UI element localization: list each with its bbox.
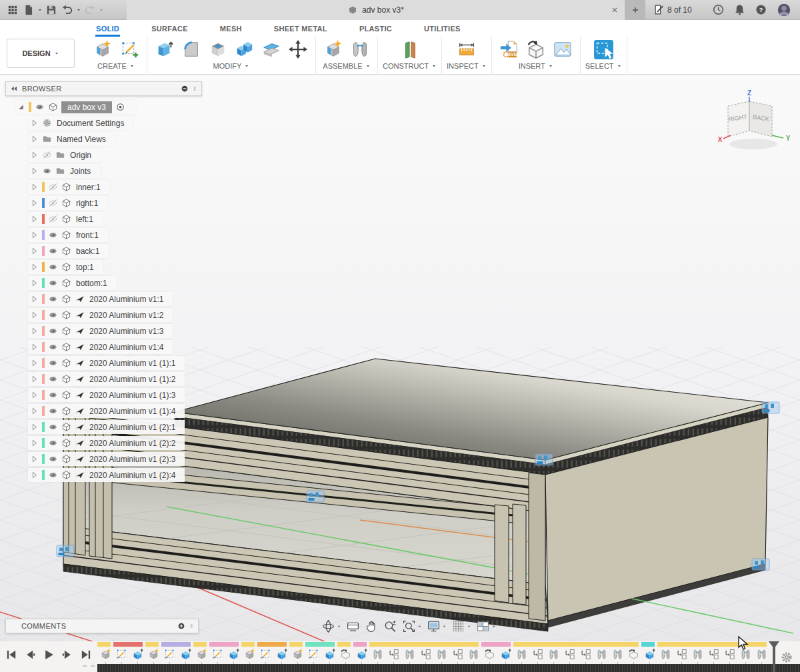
eye-icon[interactable] <box>48 406 58 416</box>
eye-icon[interactable] <box>48 390 58 400</box>
b-caret-icon[interactable] <box>30 439 39 447</box>
browser-row-2020-aluminium-v1-3[interactable]: 2020 Aluminium v1:3 <box>28 324 173 338</box>
browser-row-2020-aluminium-v1-4[interactable]: 2020 Aluminium v1:4 <box>28 340 173 354</box>
eye-icon[interactable] <box>48 246 58 256</box>
browser-row-2020-aluminium-v1-2[interactable]: 2020 Aluminium v1:2 <box>28 308 173 322</box>
help-icon[interactable]: ? <box>755 3 767 16</box>
panel-grip-icon[interactable] <box>191 84 198 93</box>
browser-row-named-views[interactable]: Named Views <box>28 132 115 146</box>
eye-icon[interactable] <box>48 294 58 304</box>
browser-row-origin[interactable]: Origin <box>28 148 101 162</box>
browser-row-2020-aluminium-v1-1-3[interactable]: 2020 Aluminium v1 (1):3 <box>28 388 185 402</box>
browser-row-2020-aluminium-v1-1-4[interactable]: 2020 Aluminium v1 (1):4 <box>28 404 185 418</box>
ribbon-group-label-assemble[interactable]: ASSEMBLE <box>323 62 370 70</box>
ribbon-tab-sheet-metal[interactable]: SHEET METAL <box>273 25 328 37</box>
offset-face-button[interactable] <box>259 37 284 62</box>
browser-row-2020-aluminium-v1-2-3[interactable]: 2020 Aluminium v1 (2):3 <box>28 452 185 466</box>
b-caret-icon[interactable] <box>30 343 39 351</box>
browser-row-2020-aluminium-v1-1-1[interactable]: 2020 Aluminium v1 (1):1 <box>28 356 185 370</box>
browser-row-front-1[interactable]: front:1 <box>28 228 108 242</box>
eye-icon[interactable] <box>48 374 58 384</box>
play-button[interactable] <box>41 647 56 662</box>
b-caret-icon[interactable] <box>30 231 39 239</box>
joint-origin-marker[interactable] <box>535 454 553 465</box>
eye-off-icon[interactable] <box>48 182 58 192</box>
press-pull-button[interactable] <box>152 37 177 62</box>
fit-button[interactable] <box>401 619 423 634</box>
b-caret-icon[interactable] <box>30 295 39 303</box>
display-settings-button[interactable] <box>425 619 448 634</box>
ribbon-tab-mesh[interactable]: MESH <box>219 25 243 37</box>
step-forward-button[interactable] <box>60 647 75 662</box>
document-tab[interactable]: adv box v3* <box>127 0 625 20</box>
joint-origin-marker[interactable] <box>307 491 324 502</box>
bell-icon[interactable] <box>733 3 746 16</box>
app-grid-icon[interactable] <box>7 4 19 16</box>
browser-row-2020-aluminium-v1-1[interactable]: 2020 Aluminium v1:1 <box>28 292 173 306</box>
browser-header[interactable]: BROWSER <box>5 81 202 96</box>
ribbon-tab-utilities[interactable]: UTILITIES <box>423 25 461 37</box>
joint-button[interactable] <box>347 37 373 62</box>
b-caret-icon[interactable] <box>30 279 39 287</box>
insert-svg-button[interactable]: SVG <box>497 37 522 62</box>
b-caret-icon[interactable] <box>30 263 39 271</box>
b-caret-icon[interactable] <box>30 247 39 255</box>
eye-icon[interactable] <box>48 422 58 432</box>
eye-icon[interactable] <box>48 278 58 288</box>
panel-grip-icon[interactable] <box>188 621 195 631</box>
eye-off-icon[interactable] <box>48 214 58 224</box>
undo-icon[interactable] <box>61 4 73 16</box>
shell-button[interactable] <box>205 37 231 62</box>
combine-button[interactable] <box>232 37 257 62</box>
eye-icon[interactable] <box>48 230 58 240</box>
save-icon[interactable] <box>45 4 57 16</box>
eye-icon[interactable] <box>48 310 58 320</box>
browser-row-2020-aluminium-v1-2-2[interactable]: 2020 Aluminium v1 (2):2 <box>28 436 185 450</box>
eye-icon[interactable] <box>48 470 58 480</box>
ribbon-group-label-select[interactable]: SELECT <box>585 62 622 70</box>
pan-button[interactable] <box>363 619 380 634</box>
new-component-button[interactable] <box>90 37 115 62</box>
b-caret-icon[interactable] <box>30 375 39 383</box>
caret-icon[interactable] <box>99 7 104 13</box>
skip-end-button[interactable] <box>79 647 93 662</box>
eye-icon[interactable] <box>48 454 58 464</box>
browser-row-top-1[interactable]: top:1 <box>28 260 103 274</box>
eye-off-icon[interactable] <box>48 198 58 208</box>
clock-icon[interactable] <box>712 3 725 16</box>
x-axis-label[interactable]: X <box>718 136 723 143</box>
avatar-icon[interactable] <box>776 2 792 18</box>
workspace-selector[interactable]: DESIGN <box>7 39 75 68</box>
caret-icon[interactable] <box>37 7 43 13</box>
b-caret-open-icon[interactable] <box>17 103 25 111</box>
b-caret-icon[interactable] <box>30 167 39 175</box>
b-caret-icon[interactable] <box>30 151 39 159</box>
measure-button[interactable] <box>454 37 479 62</box>
file-icon[interactable] <box>23 4 35 16</box>
ribbon-group-label-inspect[interactable]: INSPECT <box>447 62 487 70</box>
viewports-button[interactable] <box>475 619 497 634</box>
browser-row-adv-box-v3[interactable]: adv box v3 <box>15 100 137 114</box>
orbit-button[interactable] <box>320 619 343 634</box>
ribbon-tab-solid[interactable]: SOLID <box>95 25 120 37</box>
ribbon-group-label-insert[interactable]: INSERT <box>519 62 553 70</box>
skip-start-button[interactable] <box>4 647 19 662</box>
view-cube[interactable]: RIGHT BACK Z X Y <box>715 88 795 155</box>
b-caret-icon[interactable] <box>30 391 39 399</box>
collapse-panel-icon[interactable] <box>9 84 19 93</box>
zoom-button[interactable] <box>382 619 399 634</box>
browser-row-2020-aluminium-v1-2-1[interactable]: 2020 Aluminium v1 (2):1 <box>28 420 185 434</box>
ribbon-tab-surface[interactable]: SURFACE <box>151 25 189 37</box>
browser-row-2020-aluminium-v1-1-2[interactable]: 2020 Aluminium v1 (1):2 <box>28 372 185 386</box>
step-back-button[interactable] <box>23 647 37 662</box>
fillet-button[interactable] <box>179 37 204 62</box>
new-tab-button[interactable] <box>625 0 645 20</box>
comments-header[interactable]: COMMENTS <box>5 619 199 633</box>
assemble-component-button[interactable] <box>321 37 346 62</box>
plus-circle-icon[interactable] <box>177 621 186 631</box>
caret-icon[interactable] <box>76 7 81 13</box>
eye-off-icon[interactable] <box>42 150 52 160</box>
b-caret-icon[interactable] <box>30 311 39 319</box>
z-axis-label[interactable]: Z <box>747 89 751 97</box>
joint-origin-marker[interactable] <box>57 545 74 557</box>
